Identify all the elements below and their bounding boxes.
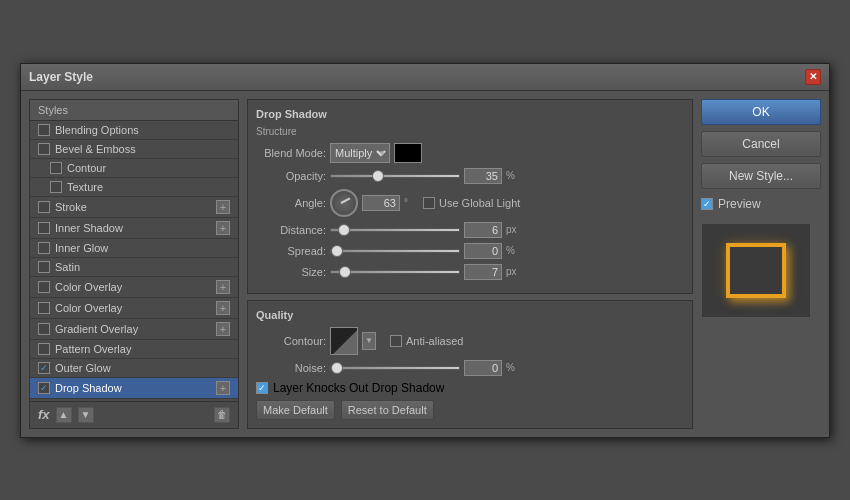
contour-label: Contour — [67, 162, 106, 174]
sidebar-item-drop-shadow[interactable]: Drop Shadow + — [30, 378, 238, 399]
anti-aliased-checkbox[interactable] — [390, 335, 402, 347]
outer-glow-checkbox[interactable] — [38, 362, 50, 374]
angle-dial[interactable] — [330, 189, 358, 217]
color-overlay1-add-button[interactable]: + — [216, 280, 230, 294]
new-style-button[interactable]: New Style... — [701, 163, 821, 189]
contour-checkbox[interactable] — [50, 162, 62, 174]
move-up-button[interactable]: ▲ — [56, 407, 72, 423]
contour-dropdown-arrow[interactable]: ▼ — [362, 332, 376, 350]
distance-input[interactable] — [464, 222, 502, 238]
quality-title: Quality — [256, 309, 684, 321]
color-overlay2-add-button[interactable]: + — [216, 301, 230, 315]
spread-slider-container: % — [330, 243, 521, 259]
sidebar-item-pattern-overlay[interactable]: Pattern Overlay — [30, 340, 238, 359]
size-slider[interactable] — [330, 270, 460, 274]
layer-knocks-label: Layer Knocks Out Drop Shadow — [273, 381, 444, 395]
color-overlay1-checkbox[interactable] — [38, 281, 50, 293]
distance-slider[interactable] — [330, 228, 460, 232]
gradient-overlay-add-button[interactable]: + — [216, 322, 230, 336]
cancel-button[interactable]: Cancel — [701, 131, 821, 157]
preview-box — [701, 223, 811, 318]
anti-aliased-label: Anti-aliased — [390, 335, 463, 347]
sidebar-item-inner-glow[interactable]: Inner Glow — [30, 239, 238, 258]
preview-label: Preview — [718, 197, 761, 211]
sidebar-item-blending-options[interactable]: Blending Options — [30, 121, 238, 140]
drop-shadow-label: Drop Shadow — [55, 382, 122, 394]
ok-button[interactable]: OK — [701, 99, 821, 125]
quality-section: Quality Contour: ▼ Anti — [247, 300, 693, 429]
move-down-button[interactable]: ▼ — [78, 407, 94, 423]
preview-checkbox[interactable] — [701, 198, 713, 210]
fx-button[interactable]: fx — [38, 407, 50, 422]
sidebar-item-satin[interactable]: Satin — [30, 258, 238, 277]
preview-square — [726, 243, 786, 298]
size-unit: px — [506, 266, 521, 277]
opacity-slider[interactable] — [330, 174, 460, 178]
spread-slider[interactable] — [330, 249, 460, 253]
gradient-overlay-checkbox[interactable] — [38, 323, 50, 335]
inner-shadow-add-button[interactable]: + — [216, 221, 230, 235]
noise-slider[interactable] — [330, 366, 460, 370]
layer-knocks-checkbox[interactable] — [256, 382, 268, 394]
use-global-light-checkbox[interactable] — [423, 197, 435, 209]
contour-label: Contour: — [256, 335, 326, 347]
sidebar-item-contour[interactable]: Contour — [30, 159, 238, 178]
color-overlay2-checkbox[interactable] — [38, 302, 50, 314]
structure-subtitle: Structure — [256, 126, 684, 137]
opacity-input[interactable] — [464, 168, 502, 184]
close-button[interactable]: ✕ — [805, 69, 821, 85]
color-overlay2-label: Color Overlay — [55, 302, 122, 314]
spread-label: Spread: — [256, 245, 326, 257]
spread-input[interactable] — [464, 243, 502, 259]
sidebar-item-inner-shadow[interactable]: Inner Shadow + — [30, 218, 238, 239]
satin-checkbox[interactable] — [38, 261, 50, 273]
sidebar-item-stroke[interactable]: Stroke + — [30, 197, 238, 218]
bevel-emboss-checkbox[interactable] — [38, 143, 50, 155]
texture-checkbox[interactable] — [50, 181, 62, 193]
noise-label: Noise: — [256, 362, 326, 374]
make-default-button[interactable]: Make Default — [256, 400, 335, 420]
opacity-row: Opacity: % — [256, 168, 684, 184]
pattern-overlay-checkbox[interactable] — [38, 343, 50, 355]
blend-mode-select[interactable]: Multiply Normal Screen Overlay — [330, 143, 390, 163]
bottom-buttons-row: Make Default Reset to Default — [256, 400, 684, 420]
size-slider-container: px — [330, 264, 521, 280]
blending-options-label: Blending Options — [55, 124, 139, 136]
dialog-body: Styles Blending Options Bevel & Emboss C… — [21, 91, 829, 437]
size-label: Size: — [256, 266, 326, 278]
inner-glow-label: Inner Glow — [55, 242, 108, 254]
sidebar-item-color-overlay2[interactable]: Color Overlay + — [30, 298, 238, 319]
inner-shadow-checkbox[interactable] — [38, 222, 50, 234]
outer-glow-label: Outer Glow — [55, 362, 111, 374]
noise-input[interactable] — [464, 360, 502, 376]
satin-label: Satin — [55, 261, 80, 273]
distance-row: Distance: px — [256, 222, 684, 238]
angle-input[interactable] — [362, 195, 400, 211]
stroke-label: Stroke — [55, 201, 87, 213]
center-panel: Drop Shadow Structure Blend Mode: Multip… — [247, 99, 693, 429]
layer-style-dialog: Layer Style ✕ Styles Blending Options Be… — [20, 63, 830, 438]
stroke-checkbox[interactable] — [38, 201, 50, 213]
inner-glow-checkbox[interactable] — [38, 242, 50, 254]
pattern-overlay-label: Pattern Overlay — [55, 343, 131, 355]
sidebar-item-color-overlay1[interactable]: Color Overlay + — [30, 277, 238, 298]
sidebar-item-gradient-overlay[interactable]: Gradient Overlay + — [30, 319, 238, 340]
drop-shadow-add-button[interactable]: + — [216, 381, 230, 395]
reset-default-button[interactable]: Reset to Default — [341, 400, 434, 420]
left-panel-footer: fx ▲ ▼ 🗑 — [30, 401, 238, 428]
sidebar-item-texture[interactable]: Texture — [30, 178, 238, 197]
drop-shadow-checkbox[interactable] — [38, 382, 50, 394]
color-swatch[interactable] — [394, 143, 422, 163]
right-panel: OK Cancel New Style... Preview — [701, 99, 821, 429]
stroke-add-button[interactable]: + — [216, 200, 230, 214]
size-input[interactable] — [464, 264, 502, 280]
sidebar-item-outer-glow[interactable]: Outer Glow — [30, 359, 238, 378]
opacity-label: Opacity: — [256, 170, 326, 182]
blending-options-checkbox[interactable] — [38, 124, 50, 136]
sidebar-item-bevel-emboss[interactable]: Bevel & Emboss — [30, 140, 238, 159]
delete-button[interactable]: 🗑 — [214, 407, 230, 423]
preview-row: Preview — [701, 195, 821, 213]
noise-unit: % — [506, 362, 521, 373]
contour-thumbnail[interactable] — [330, 327, 358, 355]
angle-unit: ° — [404, 197, 419, 208]
